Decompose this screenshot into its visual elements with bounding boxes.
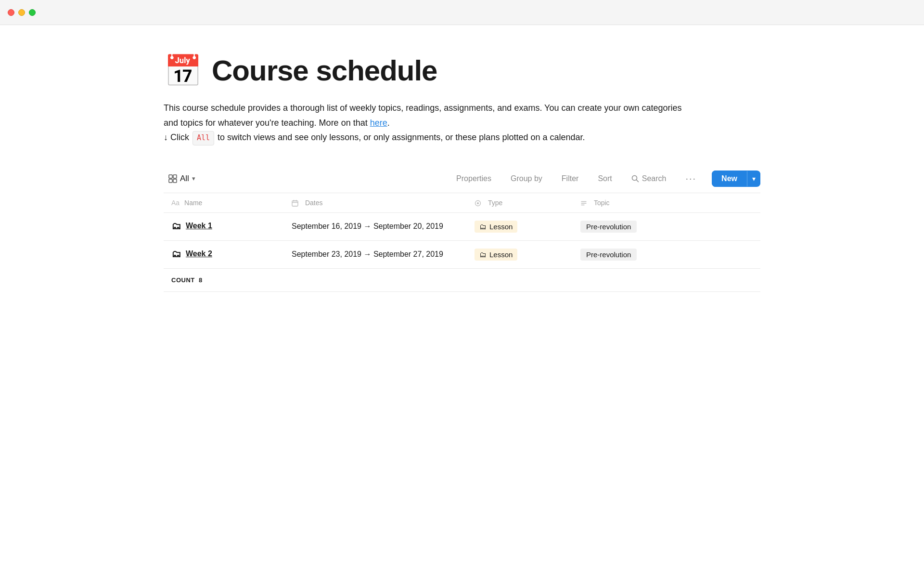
new-dropdown-button[interactable]: ▾ [747, 171, 760, 186]
svg-line-5 [636, 180, 638, 182]
row-icon-1: 🗂 [171, 221, 181, 232]
name-col-icon: Aa [171, 199, 180, 207]
search-label: Search [642, 174, 667, 183]
svg-point-11 [477, 202, 479, 204]
dates-cell-1: September 16, 2019 → September 20, 2019 [284, 212, 467, 240]
sort-button[interactable]: Sort [594, 172, 616, 185]
type-col-icon [475, 199, 485, 207]
table-row: 🗂 Week 2 September 23, 2019 → September … [164, 240, 760, 268]
topic-badge-2[interactable]: Pre-revolution [580, 249, 637, 261]
count-row: COUNT 8 [164, 268, 760, 291]
dates-col-label: Dates [305, 199, 323, 207]
view-label: All [180, 174, 189, 184]
topic-cell-2: Pre-revolution [573, 240, 760, 268]
dates-col-icon [292, 199, 302, 207]
topic-col-icon [580, 199, 591, 207]
type-badge-1[interactable]: 🗂 Lesson [475, 221, 517, 233]
type-badge-label-1: Lesson [489, 223, 513, 231]
titlebar [0, 0, 924, 25]
all-badge: All [192, 131, 214, 145]
properties-button[interactable]: Properties [452, 172, 495, 185]
search-icon [631, 175, 639, 183]
col-header-dates: Dates [284, 193, 467, 213]
svg-rect-0 [169, 175, 172, 178]
minimize-button[interactable] [18, 9, 25, 16]
table-row: 🗂 Week 1 September 16, 2019 → September … [164, 212, 760, 240]
page-icon: 📅 [164, 55, 202, 86]
topic-label-2: Pre-revolution [586, 250, 631, 259]
page-title-row: 📅 Course schedule [164, 54, 760, 87]
here-link[interactable]: here [370, 118, 387, 128]
table-header-row: Aa Name Dates [164, 193, 760, 213]
new-button[interactable]: New [712, 171, 747, 187]
topic-col-label: Topic [594, 199, 610, 207]
count-cell: COUNT 8 [164, 268, 760, 291]
more-options-button[interactable]: ··· [681, 171, 700, 186]
data-table: Aa Name Dates [164, 193, 760, 292]
row-name-1[interactable]: Week 1 [186, 222, 212, 230]
svg-rect-2 [169, 179, 172, 183]
type-col-label: Type [488, 199, 502, 207]
view-selector[interactable]: All ▾ [164, 171, 200, 186]
page-description: This course schedule provides a thorough… [164, 101, 693, 145]
row-dates-2: September 23, 2019 → September 27, 2019 [292, 250, 443, 258]
type-badge-icon-1: 🗂 [479, 223, 487, 231]
col-header-topic: Topic [573, 193, 760, 213]
type-cell-1: 🗂 Lesson [467, 212, 573, 240]
row-dates-1: September 16, 2019 → September 20, 2019 [292, 222, 443, 230]
row-icon-2: 🗂 [171, 249, 181, 260]
col-header-type: Type [467, 193, 573, 213]
filter-button[interactable]: Filter [558, 172, 583, 185]
svg-rect-1 [173, 175, 177, 178]
dates-cell-2: September 23, 2019 → September 27, 2019 [284, 240, 467, 268]
chevron-down-icon: ▾ [192, 175, 195, 182]
svg-rect-6 [292, 201, 298, 206]
name-cell-2: 🗂 Week 2 [164, 240, 284, 268]
toolbar: All ▾ Properties Group by Filter Sort Se… [164, 165, 760, 193]
maximize-button[interactable] [29, 9, 36, 16]
col-header-name: Aa Name [164, 193, 284, 213]
topic-badge-1[interactable]: Pre-revolution [580, 221, 637, 233]
grid-icon [168, 174, 177, 183]
name-cell-1: 🗂 Week 1 [164, 212, 284, 240]
svg-rect-3 [173, 179, 177, 183]
close-button[interactable] [8, 9, 14, 16]
group-by-button[interactable]: Group by [507, 172, 546, 185]
search-button[interactable]: Search [628, 172, 670, 185]
count-value: 8 [199, 276, 203, 284]
count-label: COUNT [171, 276, 195, 284]
topic-cell-1: Pre-revolution [573, 212, 760, 240]
type-badge-2[interactable]: 🗂 Lesson [475, 249, 517, 261]
type-badge-label-2: Lesson [489, 250, 513, 259]
type-cell-2: 🗂 Lesson [467, 240, 573, 268]
topic-label-1: Pre-revolution [586, 223, 631, 231]
new-button-group: New ▾ [712, 171, 760, 187]
type-badge-icon-2: 🗂 [479, 250, 487, 259]
toolbar-left: All ▾ [164, 171, 452, 186]
row-name-2[interactable]: Week 2 [186, 250, 212, 258]
toolbar-right: Properties Group by Filter Sort Search ·… [452, 171, 760, 187]
name-col-label: Name [184, 199, 202, 207]
main-content: 📅 Course schedule This course schedule p… [125, 25, 799, 321]
page-title: Course schedule [212, 54, 437, 87]
